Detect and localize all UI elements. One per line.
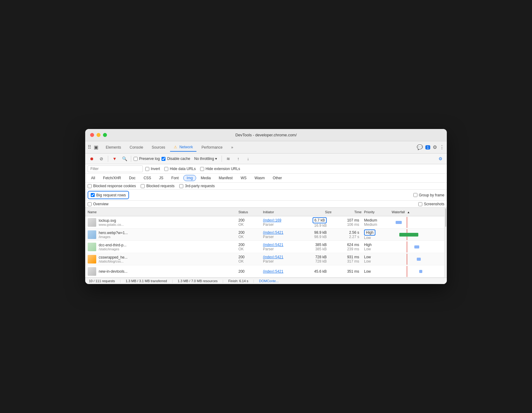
- row-status-1: 200 OK: [238, 230, 263, 239]
- row-priority-primary-4: Low: [364, 269, 392, 274]
- overview-checkbox[interactable]: [88, 202, 92, 206]
- col-header-size[interactable]: Size: [303, 210, 336, 214]
- throttle-arrow-icon: ▾: [215, 157, 217, 161]
- big-request-rows-label[interactable]: Big request rows: [88, 191, 129, 199]
- network-settings-icon[interactable]: ⚙: [436, 155, 444, 163]
- blocked-cookies-checkbox[interactable]: [88, 184, 92, 188]
- messages-icon[interactable]: 💬: [417, 144, 423, 150]
- row-priority-secondary-3: Low: [364, 259, 392, 263]
- row-time-primary-2: 624 ms: [336, 243, 362, 247]
- wifi-icon[interactable]: ≋: [224, 155, 232, 163]
- device-mode-icon[interactable]: ▣: [94, 144, 98, 150]
- row-initiator-secondary-3: Parser: [263, 259, 303, 263]
- row-priority-2: High Low: [364, 243, 392, 251]
- blocked-requests-checkbox[interactable]: [141, 184, 145, 188]
- table-row[interactable]: hero.webp?w=1... /images 200 OK (index):…: [85, 229, 444, 241]
- invert-label[interactable]: Invert: [145, 167, 160, 171]
- clear-button[interactable]: ⊘: [97, 155, 105, 163]
- tab-performance[interactable]: Performance: [198, 143, 226, 151]
- hide-data-urls-checkbox[interactable]: [164, 167, 168, 171]
- row-initiator-primary-0[interactable]: (index):169: [263, 218, 303, 222]
- tab-console[interactable]: Console: [126, 143, 147, 151]
- row-initiator-0: (index):169 Parser: [263, 218, 303, 227]
- table-row[interactable]: lockup.svg www.gstatic.co... 200 OK (ind…: [85, 216, 444, 229]
- col-header-waterfall[interactable]: Waterfall ▲: [392, 210, 442, 214]
- row-size-primary-0: 6.7 kB: [303, 217, 332, 223]
- row-initiator-primary-2[interactable]: (index):5421: [263, 243, 303, 247]
- hide-extension-urls-checkbox[interactable]: [200, 167, 204, 171]
- type-btn-font[interactable]: Font: [168, 175, 182, 181]
- row-thumbnail-4: [88, 267, 96, 276]
- blocked-cookies-label[interactable]: Blocked response cookies: [88, 184, 136, 188]
- download-icon[interactable]: ↓: [244, 155, 252, 163]
- big-request-rows-checkbox[interactable]: [91, 193, 95, 197]
- type-btn-all[interactable]: All: [88, 175, 98, 181]
- screenshots-checkbox[interactable]: [418, 202, 422, 206]
- row-waterfall-0: [392, 217, 442, 228]
- tab-more[interactable]: »: [227, 143, 237, 151]
- type-btn-manifest[interactable]: Manifest: [215, 175, 236, 181]
- type-btn-js[interactable]: JS: [156, 175, 167, 181]
- preserve-log-label[interactable]: Preserve log: [134, 157, 160, 161]
- filter-checkbox-group: Invert Hide data URLs Hide extension URL…: [145, 167, 240, 171]
- type-btn-doc[interactable]: Doc: [126, 175, 139, 181]
- invert-checkbox[interactable]: [145, 167, 149, 171]
- disable-cache-checkbox[interactable]: [162, 157, 165, 161]
- tab-sources[interactable]: Sources: [148, 143, 169, 151]
- third-party-label[interactable]: 3rd-party requests: [179, 184, 215, 188]
- hide-extension-urls-label[interactable]: Hide extension URLs: [200, 167, 240, 171]
- row-waterfall-4: [392, 266, 442, 277]
- tab-network[interactable]: ⚠ Network: [170, 143, 196, 152]
- col-header-status[interactable]: Status: [238, 210, 263, 214]
- more-options-icon[interactable]: ⋮: [439, 144, 444, 150]
- row-size-primary-1: 98.9 kB: [303, 230, 332, 235]
- options-bar-2: Big request rows Group by frame: [85, 190, 447, 201]
- col-header-time[interactable]: Time: [336, 210, 364, 214]
- type-btn-ws[interactable]: WS: [237, 175, 250, 181]
- preserve-log-checkbox[interactable]: [134, 157, 138, 161]
- upload-icon[interactable]: ↑: [234, 155, 242, 163]
- table-row[interactable]: new-in-devtools... 200 (index):5421 45.6…: [85, 265, 444, 278]
- type-btn-img[interactable]: Img: [183, 175, 196, 181]
- settings-icon[interactable]: ⚙: [433, 144, 437, 150]
- third-party-checkbox[interactable]: [179, 184, 183, 188]
- disable-cache-label[interactable]: Disable cache: [162, 157, 190, 161]
- col-header-initiator[interactable]: Initiator: [263, 210, 303, 214]
- row-initiator-primary-4[interactable]: (index):5421: [263, 269, 303, 274]
- scrollbar[interactable]: [444, 208, 447, 278]
- blocked-requests-label[interactable]: Blocked requests: [141, 184, 174, 188]
- row-status-secondary-1: OK: [238, 235, 263, 239]
- type-btn-wasm[interactable]: Wasm: [251, 175, 268, 181]
- type-btn-css[interactable]: CSS: [140, 175, 154, 181]
- status-divider-2: |: [172, 279, 173, 283]
- minimize-button[interactable]: [97, 133, 101, 137]
- col-header-priority[interactable]: Priority: [364, 210, 392, 214]
- row-initiator-primary-3[interactable]: (index):5421: [263, 255, 303, 259]
- throttle-select[interactable]: No throttling ▾: [192, 156, 219, 162]
- overview-label[interactable]: Overview: [88, 202, 108, 206]
- type-btn-other[interactable]: Other: [269, 175, 285, 181]
- status-finish: Finish: 6.14 s: [228, 279, 248, 283]
- table-row[interactable]: dcc-end-third-p... /static/images 200 OK…: [85, 241, 444, 253]
- filter-button[interactable]: ▼: [111, 155, 119, 163]
- type-btn-media[interactable]: Media: [197, 175, 214, 181]
- table-row[interactable]: csswrapped_he... /static/blog/css... 200…: [85, 253, 444, 265]
- search-button[interactable]: 🔍: [120, 155, 128, 163]
- screenshots-label[interactable]: Screenshots: [418, 202, 444, 206]
- hide-data-urls-label[interactable]: Hide data URLs: [164, 167, 196, 171]
- row-initiator-primary-1[interactable]: (index):5421: [263, 230, 303, 235]
- record-button[interactable]: ⏺: [88, 155, 96, 163]
- scrollbar-thumb[interactable]: [445, 208, 446, 227]
- row-initiator-4: (index):5421: [263, 269, 303, 274]
- type-btn-fetch-xhr[interactable]: Fetch/XHR: [100, 175, 124, 181]
- col-header-name[interactable]: Name: [88, 210, 238, 214]
- tab-elements[interactable]: Elements: [102, 143, 125, 151]
- tab-network-label: Network: [179, 145, 193, 149]
- row-size-4: 45.6 kB: [303, 269, 336, 274]
- group-by-frame-label[interactable]: Group by frame: [413, 193, 444, 197]
- group-by-frame-checkbox[interactable]: [413, 193, 417, 197]
- filter-input[interactable]: [88, 165, 143, 172]
- maximize-button[interactable]: [103, 133, 107, 137]
- devtools-icon[interactable]: ⠿: [88, 144, 91, 150]
- close-button[interactable]: [90, 133, 94, 137]
